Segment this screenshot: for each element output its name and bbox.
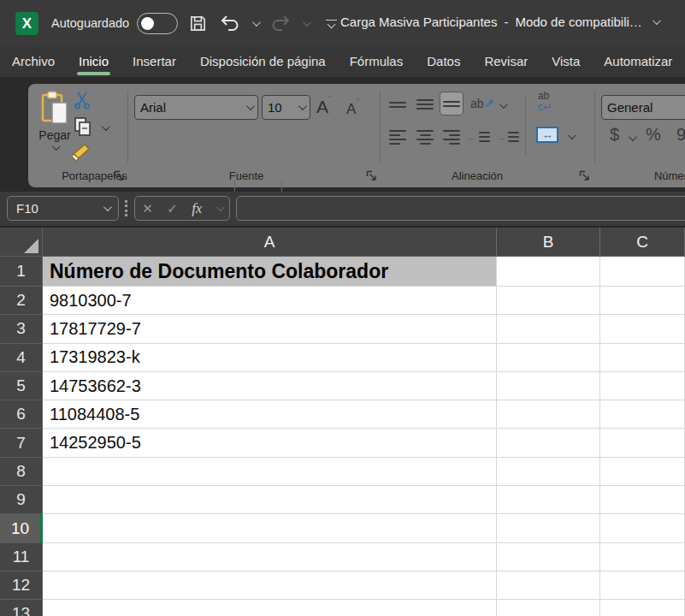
cell[interactable]	[497, 257, 600, 287]
currency-format-icon[interactable]: $	[610, 125, 619, 145]
tab-formulas[interactable]: Fórmulas	[348, 49, 405, 76]
cell[interactable]	[600, 315, 685, 343]
autosave-toggle[interactable]	[137, 13, 178, 34]
row-header[interactable]: 2	[0, 287, 43, 315]
row-header[interactable]: 7	[0, 429, 43, 457]
tab-revisar[interactable]: Revisar	[482, 49, 529, 76]
merge-center-icon[interactable]: ↔	[536, 127, 558, 143]
fx-dropdown-icon[interactable]	[216, 203, 225, 211]
row-header[interactable]: 1	[0, 257, 43, 287]
ribbon-options-icon[interactable]	[326, 20, 337, 27]
cell[interactable]	[497, 572, 600, 600]
formula-input[interactable]	[236, 196, 685, 221]
cell[interactable]: 17319823-k	[43, 344, 497, 372]
tab-vista[interactable]: Vista	[550, 49, 582, 76]
cell[interactable]	[43, 572, 497, 600]
row-header-active[interactable]: 10	[0, 514, 43, 542]
align-right-icon[interactable]	[440, 125, 464, 149]
decrease-indent-icon[interactable]: ←	[466, 125, 490, 149]
cell[interactable]: 17817729-7	[43, 315, 497, 343]
row-header[interactable]: 9	[0, 486, 43, 514]
cell[interactable]	[497, 543, 600, 572]
cell[interactable]	[600, 372, 685, 400]
column-header-a[interactable]: A	[43, 228, 497, 257]
name-box[interactable]: F10	[7, 196, 119, 221]
orientation-icon[interactable]: ab↗	[470, 96, 494, 111]
align-left-icon[interactable]	[386, 125, 410, 149]
cell[interactable]	[600, 458, 685, 486]
excel-logo-icon[interactable]: X	[15, 12, 38, 35]
align-middle-icon[interactable]	[413, 92, 437, 116]
insert-function-icon[interactable]: fx	[192, 200, 202, 217]
column-header-c[interactable]: C	[600, 228, 685, 257]
cell[interactable]	[43, 600, 497, 616]
tab-disposicion[interactable]: Disposición de página	[198, 49, 328, 76]
row-header[interactable]: 6	[0, 400, 43, 429]
cell[interactable]	[497, 600, 600, 616]
enter-icon[interactable]: ✓	[167, 201, 178, 216]
cell[interactable]	[600, 344, 685, 372]
font-size-select[interactable]: 10	[262, 95, 310, 120]
select-all-button[interactable]	[0, 228, 43, 257]
cell[interactable]	[600, 514, 685, 542]
namebox-resize-handle[interactable]	[125, 200, 127, 216]
align-top-icon[interactable]	[386, 92, 410, 116]
alignment-dialog-launcher-icon[interactable]	[579, 169, 590, 181]
cell[interactable]: 9810300-7	[43, 287, 497, 315]
cell[interactable]	[497, 458, 600, 486]
font-dialog-launcher-icon[interactable]	[366, 169, 377, 181]
cell[interactable]	[43, 458, 497, 486]
align-center-icon[interactable]	[413, 125, 437, 149]
cut-icon[interactable]	[73, 91, 92, 113]
cell[interactable]	[600, 572, 685, 600]
cancel-icon[interactable]: ✕	[142, 201, 153, 216]
copy-icon[interactable]	[73, 116, 92, 140]
cell-a1[interactable]: Número de Documento Colaborador	[43, 257, 497, 287]
cell[interactable]	[497, 514, 600, 542]
cell[interactable]	[497, 429, 600, 457]
wrap-text-icon[interactable]: ab c↵	[538, 91, 552, 113]
currency-dropdown-icon[interactable]	[629, 133, 637, 141]
font-name-select[interactable]: Arial	[134, 95, 258, 120]
row-header[interactable]: 5	[0, 372, 43, 400]
tab-automatizar[interactable]: Automatizar	[602, 49, 674, 76]
cell[interactable]	[497, 486, 600, 514]
cell[interactable]	[600, 400, 685, 429]
grow-font-icon[interactable]: Aˆ	[316, 95, 332, 117]
cell[interactable]	[600, 486, 685, 514]
cell[interactable]	[497, 372, 600, 400]
row-header[interactable]: 3	[0, 315, 43, 343]
tab-inicio[interactable]: Inicio	[77, 49, 110, 76]
cell[interactable]	[497, 315, 600, 343]
cell[interactable]	[600, 287, 685, 315]
paste-dropdown-icon[interactable]	[51, 142, 60, 151]
percent-format-icon[interactable]: %	[646, 125, 661, 145]
shrink-font-icon[interactable]: Aˇ	[346, 98, 359, 118]
row-header[interactable]: 13	[0, 600, 43, 616]
number-format-select[interactable]: General	[601, 95, 685, 120]
row-header[interactable]: 12	[0, 572, 43, 600]
column-header-b[interactable]: B	[497, 228, 600, 257]
cell[interactable]: 14252950-5	[43, 429, 497, 457]
cell[interactable]	[43, 514, 497, 542]
row-header[interactable]: 4	[0, 344, 43, 372]
clipboard-dialog-launcher-icon[interactable]	[114, 169, 125, 181]
tab-datos[interactable]: Datos	[425, 49, 462, 76]
undo-button[interactable]	[220, 15, 240, 33]
cell[interactable]	[497, 344, 600, 372]
cell[interactable]	[600, 429, 685, 457]
cell[interactable]	[43, 543, 497, 572]
copy-dropdown-icon[interactable]	[102, 122, 110, 131]
cell[interactable]	[497, 400, 600, 429]
row-header[interactable]: 11	[0, 543, 43, 572]
thousands-format-icon[interactable]: 9	[676, 125, 685, 145]
cell[interactable]	[497, 287, 600, 315]
cell[interactable]	[600, 257, 685, 287]
merge-dropdown-icon[interactable]	[568, 131, 576, 139]
tab-archivo[interactable]: Archivo	[10, 49, 56, 76]
paste-button[interactable]: Pegar	[38, 91, 71, 151]
cell[interactable]: 14753662-3	[43, 372, 497, 400]
document-title[interactable]: Carga Masiva Participantes - Modo de com…	[340, 15, 658, 29]
align-bottom-button-selected[interactable]	[440, 92, 464, 116]
undo-dropdown-icon[interactable]	[252, 18, 261, 27]
